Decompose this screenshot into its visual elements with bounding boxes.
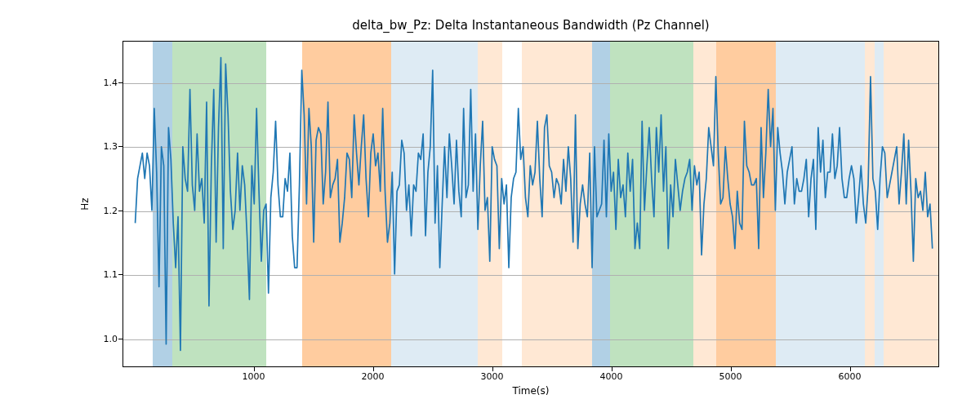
x-tick-label: 2000 — [362, 371, 385, 382]
data-line — [123, 42, 938, 366]
y-tick-label: 1.4 — [104, 77, 118, 87]
series-line — [136, 58, 933, 351]
x-tick-label: 4000 — [600, 371, 623, 382]
y-tick-mark — [118, 146, 122, 147]
x-tick-mark — [254, 367, 255, 371]
x-tick-label: 3000 — [481, 371, 504, 382]
chart-title: delta_bw_Pz: Delta Instantaneous Bandwid… — [122, 18, 939, 33]
x-tick-label: 6000 — [839, 371, 862, 382]
y-tick-mark — [118, 339, 122, 339]
x-tick-label: 5000 — [719, 371, 742, 382]
y-tick-mark — [118, 211, 122, 211]
y-tick-label: 1.0 — [104, 333, 118, 344]
x-tick-mark — [850, 367, 851, 371]
x-tick-mark — [492, 367, 493, 371]
y-tick-label: 1.1 — [104, 269, 118, 280]
x-tick-mark — [612, 367, 612, 371]
x-tick-label: 1000 — [243, 371, 265, 382]
figure: delta_bw_Pz: Delta Instantaneous Bandwid… — [0, 0, 980, 408]
y-tick-mark — [118, 82, 122, 83]
x-tick-mark — [731, 367, 732, 371]
y-axis-label: Hz — [79, 197, 91, 210]
y-tick-mark — [118, 274, 122, 275]
y-tick-label: 1.2 — [104, 205, 118, 215]
plot-area — [122, 41, 939, 367]
x-tick-mark — [373, 367, 374, 371]
y-tick-label: 1.3 — [104, 141, 118, 152]
x-axis-label: Time(s) — [122, 385, 939, 397]
